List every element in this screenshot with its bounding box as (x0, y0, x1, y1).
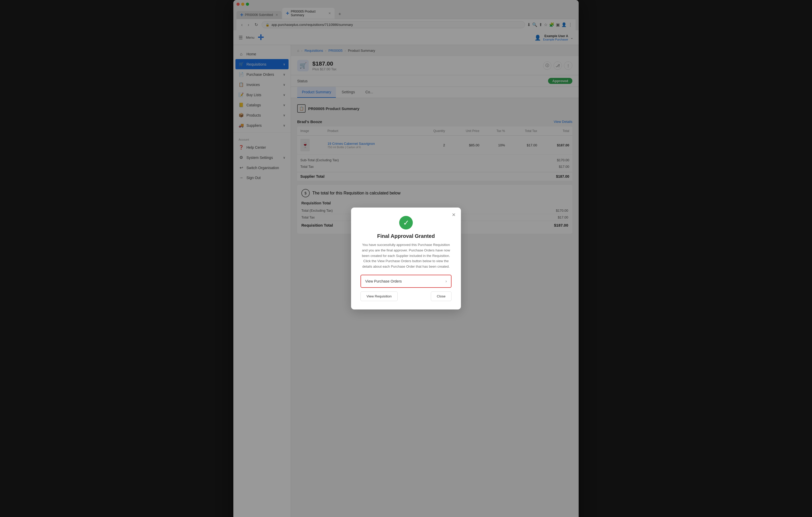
modal-footer: View Requisition Close (360, 292, 452, 301)
view-po-label: View Purchase Orders (365, 279, 402, 283)
modal-title: Final Approval Granted (360, 233, 452, 239)
modal-close-button[interactable]: ✕ (450, 211, 457, 218)
modal: ✕ ✓ Final Approval Granted You have succ… (351, 208, 461, 309)
check-circle-icon: ✓ (399, 216, 413, 230)
view-purchase-orders-button[interactable]: View Purchase Orders › (360, 275, 452, 288)
close-button[interactable]: Close (431, 292, 452, 301)
modal-body: You have successfully approved this Purc… (360, 242, 452, 270)
modal-icon: ✓ (360, 216, 452, 230)
view-requisition-button[interactable]: View Requisition (360, 292, 398, 301)
modal-overlay: ✕ ✓ Final Approval Granted You have succ… (233, 0, 579, 517)
view-po-arrow-icon: › (445, 279, 447, 283)
